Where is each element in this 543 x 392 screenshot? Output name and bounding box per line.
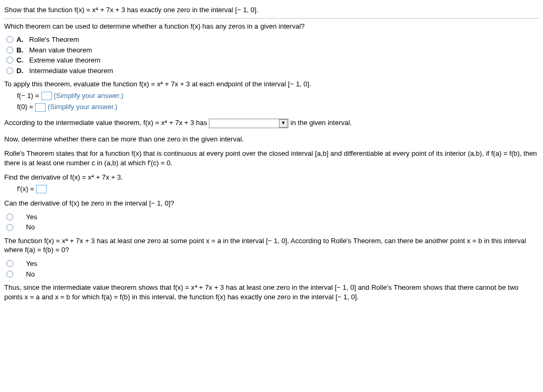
divider (4, 18, 539, 19)
now-determine-line: Now, determine whether there can be more… (4, 135, 539, 144)
option-text: No (26, 222, 35, 232)
option-text: Extreme value theorem (29, 56, 100, 65)
option-text: No (26, 270, 35, 279)
option-text: Rolle's Theorem (29, 35, 79, 44)
radio-icon (6, 260, 13, 267)
derivative-row: f′(x) = (17, 184, 539, 194)
f-neg1-label: f(− 1) = (17, 92, 39, 100)
apply-theorem-line: To apply this theorem, evaluate the func… (4, 79, 539, 89)
q1-option-d[interactable]: D. Intermediate value theorem (6, 66, 539, 76)
q3-option-no[interactable]: No (6, 270, 539, 279)
q1-option-b[interactable]: B. Mean value theorem (6, 46, 539, 55)
q3-prompt: The function f(x) = x⁴ + 7x + 3 has at l… (4, 236, 539, 255)
derivative-label: f′(x) = (17, 185, 34, 193)
ivt-select[interactable]: ▼ (209, 119, 288, 128)
eval-f-neg1-row: f(− 1) = (Simplify your answer.) (17, 91, 539, 101)
q3-option-yes[interactable]: Yes (6, 259, 539, 269)
option-letter: A. (16, 35, 26, 44)
ivt-pre: According to the intermediate value theo… (4, 119, 207, 127)
chevron-down-icon: ▼ (279, 119, 287, 128)
radio-icon (6, 57, 13, 64)
option-letter: B. (16, 46, 26, 55)
q2-prompt: Can the derivative of f(x) be zero in th… (4, 199, 539, 208)
conclusion: Thus, since the intermediate value theor… (4, 283, 539, 301)
q1-options: A. Rolle's Theorem B. Mean value theorem… (6, 35, 539, 75)
radio-icon (6, 36, 13, 43)
q1-prompt: Which theorem can be used to determine w… (4, 22, 539, 31)
simplify-hint: (Simplify your answer.) (54, 92, 123, 100)
find-derivative-line: Find the derivative of f(x) = x⁴ + 7x + … (4, 173, 539, 182)
derivative-input[interactable] (36, 185, 47, 193)
option-text: Yes (26, 259, 37, 269)
q3-options: Yes No (6, 259, 539, 279)
radio-icon (6, 67, 13, 74)
option-text: Intermediate value theorem (29, 66, 113, 76)
q1-option-a[interactable]: A. Rolle's Theorem (6, 35, 539, 44)
radio-icon (6, 224, 13, 231)
option-letter: C. (16, 56, 26, 65)
eval-f-0-row: f(0) = (Simplify your answer.) (17, 102, 539, 112)
option-text: Mean value theorem (29, 46, 92, 55)
rolle-statement: Rolle's Theorem states that for a functi… (4, 149, 539, 167)
f-0-label: f(0) = (17, 103, 33, 111)
radio-icon (6, 271, 13, 278)
ivt-post: in the given interval. (291, 119, 352, 127)
radio-icon (6, 213, 13, 220)
q1-option-c[interactable]: C. Extreme value theorem (6, 56, 539, 65)
f-0-input[interactable] (35, 103, 46, 112)
problem-title: Show that the function f(x) = x⁴ + 7x + … (4, 5, 539, 15)
q2-option-yes[interactable]: Yes (6, 212, 539, 222)
q2-option-no[interactable]: No (6, 222, 539, 232)
option-letter: D. (16, 66, 26, 76)
option-text: Yes (26, 212, 37, 222)
f-neg1-input[interactable] (41, 92, 52, 100)
radio-icon (6, 47, 13, 54)
ivt-line: According to the intermediate value theo… (4, 118, 539, 128)
q2-options: Yes No (6, 212, 539, 232)
simplify-hint: (Simplify your answer.) (48, 103, 117, 111)
